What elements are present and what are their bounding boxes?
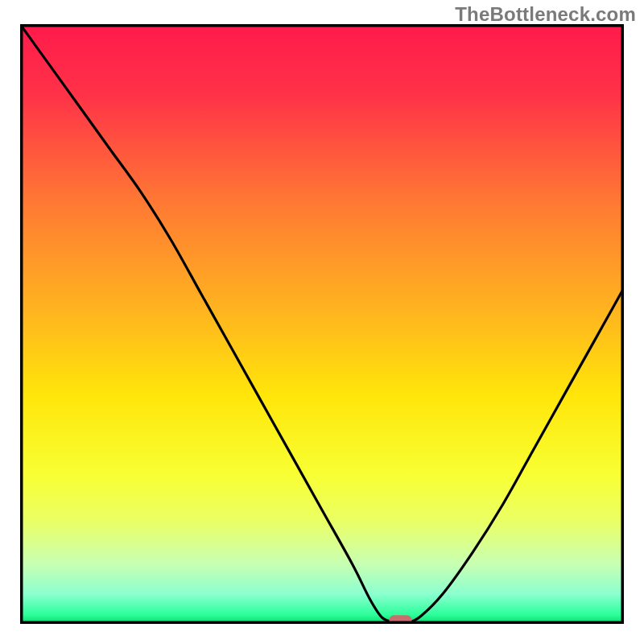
bottleneck-chart: [20, 24, 624, 624]
watermark-text: TheBottleneck.com: [455, 3, 636, 26]
chart-container: TheBottleneck.com: [0, 0, 644, 644]
plot-background: [20, 24, 624, 624]
